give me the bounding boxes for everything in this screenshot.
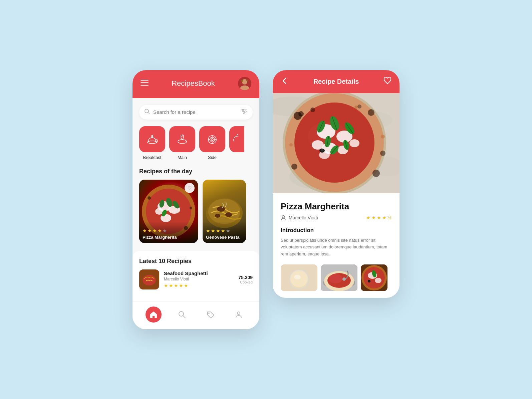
- svg-point-73: [349, 139, 359, 147]
- nav-search[interactable]: [174, 307, 190, 323]
- latest-info: Seafood Spaghetti Marcello Viotti ★★★★★: [164, 270, 234, 288]
- nav-tag[interactable]: [202, 307, 218, 323]
- svg-point-8: [145, 109, 149, 113]
- app-header: RecipesBook: [132, 70, 259, 98]
- svg-point-14: [245, 111, 246, 112]
- details-header: Recipe Details: [273, 70, 400, 93]
- svg-point-71: [312, 140, 324, 150]
- breakfast-label: Breakfast: [143, 155, 162, 160]
- recipe-card-pasta[interactable]: ★★★★★ Genovese Pasta: [203, 180, 246, 243]
- search-bar[interactable]: [139, 105, 253, 120]
- pasta-card-name: Genovese Pasta: [206, 235, 243, 240]
- phone-recipesbook: RecipesBook: [132, 70, 259, 329]
- detail-stars: ★ ★ ★ ★ ½: [366, 215, 391, 220]
- svg-point-47: [237, 312, 240, 315]
- category-side[interactable]: Side: [199, 126, 225, 160]
- side-icon-box: [199, 126, 225, 152]
- svg-point-89: [310, 108, 315, 112]
- recipes-of-day-title: Recipes of the day: [139, 168, 253, 175]
- step-thumb-dough[interactable]: [281, 264, 317, 291]
- latest-count: 75.309 Cooked: [238, 275, 253, 284]
- app-title: RecipesBook: [172, 79, 215, 88]
- filter-icon[interactable]: [241, 109, 247, 115]
- svg-point-32: [148, 196, 151, 200]
- svg-point-38: [225, 212, 232, 217]
- phone-body: Breakfast Main: [132, 98, 259, 302]
- svg-point-39: [215, 214, 220, 218]
- main-label: Main: [178, 155, 187, 160]
- pasta-stars: ★★★★★: [206, 228, 243, 233]
- svg-point-60: [291, 164, 297, 170]
- search-icon: [145, 109, 150, 116]
- svg-line-45: [183, 316, 185, 318]
- svg-line-9: [148, 113, 150, 114]
- author-name: Marcello Viotti: [289, 215, 318, 220]
- avatar[interactable]: [238, 77, 251, 90]
- svg-point-56: [298, 111, 304, 117]
- step-thumbnails: [281, 264, 391, 291]
- category-main[interactable]: Main: [169, 126, 195, 160]
- pasta-card-footer: ★★★★★ Genovese Pasta: [203, 221, 246, 243]
- svg-point-17: [156, 139, 158, 143]
- svg-point-64: [289, 143, 293, 147]
- svg-point-109: [368, 280, 370, 282]
- main-icon-box: [169, 126, 195, 152]
- svg-point-88: [321, 149, 324, 152]
- svg-point-13: [242, 109, 244, 111]
- svg-point-36: [208, 199, 240, 224]
- pizza-card-name: Pizza Margherita: [143, 235, 195, 240]
- svg-point-43: [152, 281, 154, 283]
- details-title: Recipe Details: [313, 78, 359, 85]
- intro-text: Sed ut perspiciatis unde omnis iste natu…: [281, 237, 391, 258]
- svg-point-63: [381, 135, 385, 139]
- phone-recipe-details: Recipe Details: [273, 70, 400, 298]
- author-info: Marcello Viotti: [281, 215, 318, 220]
- svg-point-90: [357, 105, 361, 109]
- side-label: Side: [208, 155, 217, 160]
- search-input[interactable]: [153, 109, 241, 115]
- author-row: Marcello Viotti ★ ★ ★ ★ ½: [281, 215, 391, 220]
- svg-rect-2: [141, 85, 149, 86]
- category-partial[interactable]: [229, 126, 244, 160]
- heart-button-pizza[interactable]: ♡: [185, 183, 195, 193]
- svg-point-37: [217, 206, 225, 212]
- step-thumb-sauce[interactable]: [321, 264, 357, 291]
- latest-stars: ★★★★★: [164, 283, 234, 288]
- latest-title: Latest 10 Recipies: [139, 258, 253, 265]
- category-breakfast[interactable]: Breakfast: [139, 126, 165, 160]
- latest-item[interactable]: Seafood Spaghetti Marcello Viotti ★★★★★ …: [139, 269, 253, 295]
- count-label: Cooked: [238, 280, 253, 284]
- svg-rect-0: [141, 80, 149, 81]
- partial-icon-box: [229, 126, 244, 152]
- back-button[interactable]: [281, 77, 289, 86]
- svg-rect-1: [141, 82, 149, 83]
- svg-point-95: [294, 275, 301, 279]
- svg-point-5: [241, 80, 243, 82]
- svg-point-33: [190, 207, 192, 209]
- svg-point-21: [211, 139, 213, 141]
- svg-point-18: [178, 140, 187, 144]
- recipe-card-pizza[interactable]: ♡ ★★★★★ Pizza Margherita: [139, 180, 198, 243]
- favorite-button[interactable]: [383, 77, 391, 86]
- step-thumb-baked[interactable]: [361, 264, 387, 291]
- pizza-card-footer: ★★★★★ Pizza Margherita: [139, 221, 198, 243]
- intro-title: Introduction: [281, 227, 391, 234]
- detail-body: Pizza Margherita Marcello Viotti ★ ★ ★ ★…: [273, 193, 400, 298]
- recipe-name: Pizza Margherita: [281, 201, 391, 212]
- recipe-cards-row: ♡ ★★★★★ Pizza Margherita: [139, 180, 253, 243]
- latest-name: Seafood Spaghetti: [164, 270, 234, 276]
- svg-point-91: [282, 215, 285, 218]
- pizza-hero-image: [273, 93, 400, 193]
- latest-author: Marcello Viotti: [164, 277, 234, 281]
- latest-section: Latest 10 Recipies Seafood Spa: [132, 251, 259, 302]
- breakfast-icon-box: [139, 126, 165, 152]
- svg-point-46: [208, 313, 210, 314]
- title-thin: Book: [198, 79, 215, 87]
- categories-row: Breakfast Main: [139, 126, 253, 160]
- nav-profile[interactable]: [231, 307, 247, 323]
- menu-icon[interactable]: [141, 80, 149, 87]
- nav-home[interactable]: [146, 307, 162, 323]
- bottom-nav: [132, 302, 259, 329]
- svg-point-107: [375, 278, 381, 283]
- pizza-stars: ★★★★★: [143, 228, 195, 233]
